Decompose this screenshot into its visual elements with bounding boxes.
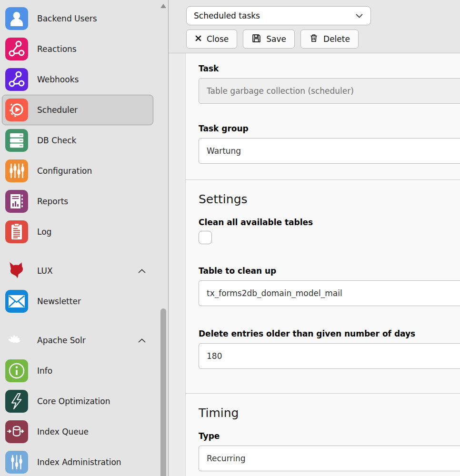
- trash-icon: [309, 33, 319, 45]
- database-icon: [5, 129, 28, 152]
- module-sidebar: Backend Users Reactions Webhooks Schedul…: [0, 0, 169, 476]
- sidebar-item-label: Log: [37, 227, 153, 237]
- clean-all-label: Clean all available tables: [199, 218, 460, 227]
- sidebar-item-log[interactable]: Log: [2, 217, 153, 247]
- section-timing: Timing Type: [186, 394, 460, 476]
- delete-button[interactable]: Delete: [300, 30, 359, 49]
- section-settings: Settings Clean all available tables Tabl…: [186, 180, 460, 394]
- chevron-up-icon[interactable]: [138, 268, 146, 274]
- sidebar-item-configuration[interactable]: Configuration: [2, 156, 153, 186]
- toolbar: Close Save Delete: [186, 30, 460, 49]
- module-dropdown-value: Scheduled tasks: [194, 11, 260, 20]
- content-gutter: [169, 53, 186, 476]
- share-nodes-icon: [5, 68, 28, 91]
- save-button-label: Save: [266, 34, 286, 44]
- task-group-label: Task group: [199, 124, 460, 133]
- sidebar-item-newsletter[interactable]: Newsletter: [2, 286, 153, 317]
- sidebar-item-label: Info: [37, 366, 153, 376]
- index-queue-icon: [5, 420, 28, 443]
- sidebar-item-label: Reactions: [37, 44, 153, 54]
- envelope-icon: [5, 290, 28, 313]
- table-to-clean-label: Table to clean up: [199, 266, 460, 276]
- share-nodes-icon: [5, 38, 28, 60]
- sidebar-item-label: Apache Solr: [37, 336, 138, 345]
- lynx-logo-icon: [5, 259, 28, 282]
- type-field[interactable]: [199, 446, 460, 471]
- scheduler-icon: [5, 99, 28, 121]
- task-label: Task: [199, 64, 460, 73]
- sidebar-item-index-administration[interactable]: Index Administration: [2, 447, 153, 476]
- sidebar-item-lux[interactable]: LUX: [2, 256, 153, 286]
- sidebar-item-reports[interactable]: Reports: [2, 186, 153, 217]
- app-window: Backend Users Reactions Webhooks Schedul…: [0, 0, 460, 476]
- clean-all-checkbox[interactable]: [199, 231, 212, 244]
- delete-button-label: Delete: [323, 34, 350, 44]
- clipboard-icon: [5, 220, 28, 243]
- main-area: Scheduled tasks Close Save: [169, 0, 460, 476]
- close-button[interactable]: Close: [186, 30, 237, 49]
- sidebar-item-label: Scheduler: [37, 105, 153, 115]
- sidebar-item-scheduler[interactable]: Scheduler: [2, 95, 153, 125]
- sidebar-item-webhooks[interactable]: Webhooks: [2, 64, 153, 95]
- module-dropdown[interactable]: Scheduled tasks: [186, 6, 371, 25]
- sidebar-item-db-check[interactable]: DB Check: [2, 125, 153, 156]
- sidebar-item-backend-users[interactable]: Backend Users: [2, 3, 153, 34]
- chevron-up-icon[interactable]: [138, 338, 146, 343]
- type-label: Type: [199, 431, 460, 441]
- sidebar-item-label: Newsletter: [37, 297, 153, 306]
- sidebar-scrollbar-thumb[interactable]: [160, 308, 166, 476]
- chevron-down-icon: [355, 11, 363, 20]
- table-to-clean-field[interactable]: [199, 280, 460, 306]
- sidebar-item-label: Reports: [37, 197, 153, 206]
- timing-heading: Timing: [199, 406, 460, 420]
- scroll-up-button[interactable]: [160, 1, 167, 7]
- task-field: [199, 78, 460, 104]
- index-admin-icon: [5, 451, 28, 474]
- bolt-icon: [5, 390, 28, 413]
- form-content: Task Task group Settings Clean all avail…: [186, 53, 460, 476]
- sidebar-item-label: Webhooks: [37, 75, 153, 84]
- floppy-icon: [251, 33, 261, 45]
- report-icon: [5, 190, 28, 213]
- close-button-label: Close: [207, 34, 229, 44]
- solr-logo-icon: [5, 329, 28, 352]
- sidebar-item-label: Index Queue: [37, 427, 153, 436]
- sidebar-item-info[interactable]: Info: [2, 356, 153, 386]
- sidebar-item-label: Configuration: [37, 166, 153, 176]
- sidebar-item-label: Backend Users: [37, 14, 153, 23]
- delete-days-label: Delete entries older than given number o…: [199, 329, 460, 338]
- user-icon: [5, 7, 28, 30]
- sidebar-item-label: Core Optimization: [37, 397, 153, 406]
- sidebar-item-core-optimization[interactable]: Core Optimization: [2, 386, 153, 416]
- task-group-field[interactable]: [199, 138, 460, 164]
- sidebar-item-label: LUX: [37, 266, 138, 276]
- sidebar-item-apache-solr[interactable]: Apache Solr: [2, 325, 153, 356]
- settings-heading: Settings: [199, 192, 460, 206]
- sidebar-item-label: DB Check: [37, 136, 153, 145]
- sidebar-item-label: Index Administration: [37, 457, 153, 467]
- x-icon: [195, 34, 202, 44]
- sidebar-item-index-queue[interactable]: Index Queue: [2, 416, 153, 447]
- sliders-icon: [5, 159, 28, 182]
- sidebar-item-reactions[interactable]: Reactions: [2, 34, 153, 64]
- delete-days-field[interactable]: [199, 343, 460, 369]
- section-general: Task Task group: [186, 53, 460, 180]
- info-icon: [5, 359, 28, 382]
- doc-header: Scheduled tasks Close Save: [169, 0, 460, 53]
- save-button[interactable]: Save: [243, 30, 295, 49]
